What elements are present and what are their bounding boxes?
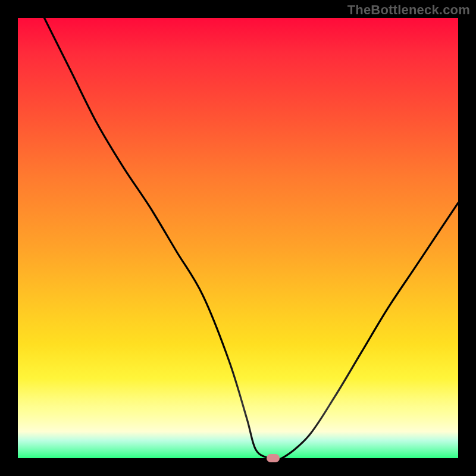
plot-area bbox=[18, 18, 458, 458]
bottleneck-curve bbox=[18, 18, 458, 458]
watermark-text: TheBottleneck.com bbox=[347, 2, 470, 18]
optimum-marker bbox=[267, 454, 280, 462]
chart-frame: TheBottleneck.com bbox=[0, 0, 476, 476]
